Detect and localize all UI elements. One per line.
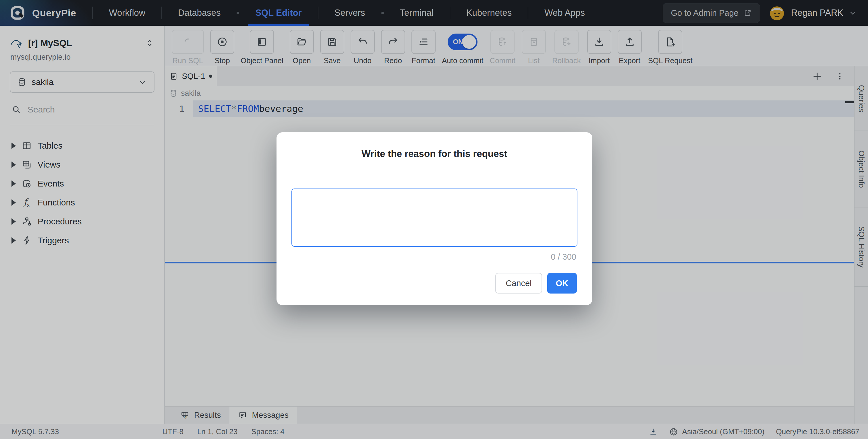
ok-button[interactable]: OK <box>547 273 577 294</box>
reason-dialog: Write the reason for this request 0 / 30… <box>277 132 592 305</box>
reason-textarea[interactable] <box>291 189 578 247</box>
char-counter: 0 / 300 <box>551 252 576 262</box>
cancel-button[interactable]: Cancel <box>495 273 542 294</box>
dialog-title: Write the reason for this request <box>291 132 578 159</box>
